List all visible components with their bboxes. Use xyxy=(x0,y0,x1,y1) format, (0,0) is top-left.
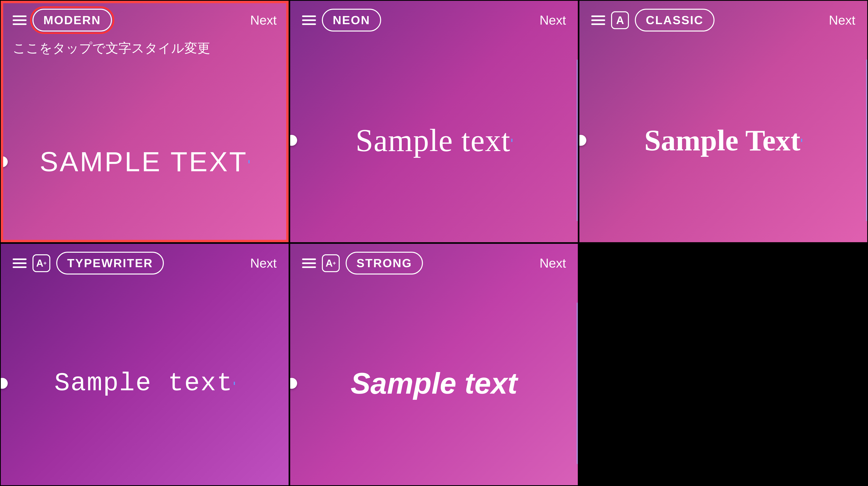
panel-typewriter-header: A+ TYPEWRITER Next xyxy=(1,244,289,282)
classic-content: Sample Text xyxy=(579,39,867,241)
typewriter-sample-text: Sample text xyxy=(54,369,233,398)
strong-next-button[interactable]: Next xyxy=(539,256,566,270)
panel-typewriter[interactable]: A+ TYPEWRITER Next Sample text xyxy=(0,243,289,486)
modern-next-button[interactable]: Next xyxy=(250,13,277,28)
panel-empty xyxy=(579,243,868,486)
modern-content: SAMPLE TEXT xyxy=(1,61,289,243)
hamburger-icon[interactable] xyxy=(302,258,316,268)
panel-neon-header: NEON Next xyxy=(290,1,578,39)
scroll-handle[interactable] xyxy=(289,378,297,389)
typewriter-badge[interactable]: TYPEWRITER xyxy=(56,252,164,275)
classic-sample-text: Sample Text xyxy=(644,123,801,158)
hamburger-icon[interactable] xyxy=(13,16,27,25)
hamburger-icon[interactable] xyxy=(591,16,605,25)
panel-strong-header: A+ STRONG Next xyxy=(290,244,578,282)
strong-sample-text: Sample text xyxy=(351,366,517,401)
strong-badge[interactable]: STRONG xyxy=(346,252,423,275)
divider-line xyxy=(577,60,578,221)
panel-modern[interactable]: MODERN Next ここをタップで文字スタイル変更 SAMPLE TEXT xyxy=(0,0,289,243)
modern-subtitle: ここをタップで文字スタイル変更 xyxy=(1,39,289,61)
modern-sample-text: SAMPLE TEXT xyxy=(40,146,248,178)
panel-classic[interactable]: A CLASSIC Next Sample Text xyxy=(579,0,868,243)
modern-badge[interactable]: MODERN xyxy=(32,9,112,31)
strong-content: Sample text xyxy=(290,282,578,484)
neon-badge[interactable]: NEON xyxy=(322,9,381,31)
typewriter-next-button[interactable]: Next xyxy=(250,256,277,270)
a-plus-icon: A+ xyxy=(322,254,340,272)
panel-classic-header: A CLASSIC Next xyxy=(579,1,867,39)
a-plus-icon: A+ xyxy=(32,254,50,272)
text-cursor xyxy=(511,139,513,142)
panel-modern-header: MODERN Next xyxy=(1,1,289,39)
hamburger-icon[interactable] xyxy=(13,258,27,268)
a-icon: A xyxy=(611,11,629,29)
classic-next-button[interactable]: Next xyxy=(829,13,855,28)
panel-strong[interactable]: A+ STRONG Next Sample text xyxy=(289,243,579,486)
divider-line xyxy=(577,303,578,464)
panel-neon[interactable]: NEON Next Sample text xyxy=(289,0,579,243)
text-cursor xyxy=(248,160,250,163)
neon-content: Sample text xyxy=(290,39,578,241)
scroll-handle[interactable] xyxy=(0,156,8,167)
neon-next-button[interactable]: Next xyxy=(539,13,566,28)
neon-sample-text: Sample text xyxy=(355,122,510,159)
scroll-handle[interactable] xyxy=(0,378,8,389)
typewriter-content: Sample text xyxy=(1,282,289,484)
scroll-handle[interactable] xyxy=(289,135,297,146)
hamburger-icon[interactable] xyxy=(302,16,316,25)
divider-line xyxy=(866,60,867,221)
text-cursor xyxy=(801,139,802,142)
text-cursor xyxy=(234,382,235,385)
scroll-handle[interactable] xyxy=(579,135,586,146)
classic-badge[interactable]: CLASSIC xyxy=(635,9,714,31)
